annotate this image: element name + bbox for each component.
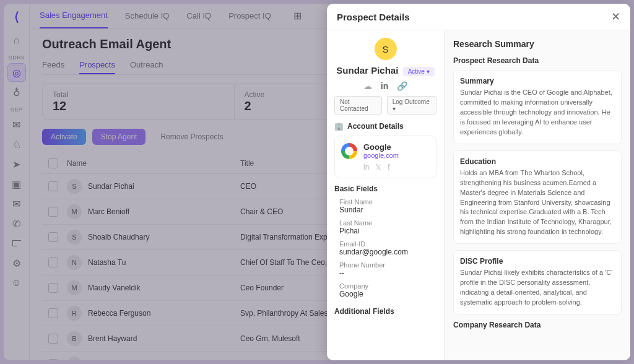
disc-card: DISC Profile Sundar Pichai likely exhibi… bbox=[453, 250, 622, 314]
email-label: Email-ID bbox=[339, 240, 436, 248]
company-value: Google bbox=[339, 290, 436, 298]
research-summary-title: Research Summary bbox=[453, 39, 622, 49]
email-value: sundar@google.com bbox=[339, 248, 436, 256]
account-details-header: 🏢Account Details bbox=[334, 122, 436, 131]
log-outcome-dropdown[interactable]: Log Outcome ▾ bbox=[387, 96, 436, 115]
twitter-icon[interactable]: 𝕏 bbox=[375, 163, 381, 171]
building-icon: 🏢 bbox=[334, 122, 344, 131]
status-pill[interactable]: Active ▾ bbox=[403, 67, 435, 76]
education-text: Holds an MBA from The Wharton School, st… bbox=[460, 168, 615, 238]
summary-text: Sundar Pichai is the CEO of Google and A… bbox=[460, 88, 615, 137]
disc-text: Sundar Pichai likely exhibits characteri… bbox=[460, 268, 615, 308]
last-name-value: Pichai bbox=[339, 227, 436, 235]
company-label: Company bbox=[339, 282, 436, 290]
phone-label: Phone Number bbox=[339, 261, 436, 269]
education-card: Education Holds an MBA from The Wharton … bbox=[453, 150, 622, 245]
linkedin-icon[interactable]: in bbox=[363, 163, 369, 171]
linkedin-icon[interactable]: in bbox=[381, 81, 388, 91]
prospect-research-data-header: Prospect Research Data bbox=[453, 56, 622, 65]
first-name-label: First Name bbox=[339, 198, 436, 206]
cloud-icon[interactable]: ☁ bbox=[363, 81, 372, 91]
drawer-title: Prospect Details bbox=[337, 12, 410, 22]
prospect-avatar: S bbox=[375, 38, 397, 60]
basic-fields-header: Basic Fields bbox=[334, 184, 436, 193]
account-domain[interactable]: google.com bbox=[363, 152, 399, 159]
link-icon[interactable]: 🔗 bbox=[397, 81, 407, 91]
summary-card: Summary Sundar Pichai is the CEO of Goog… bbox=[453, 70, 622, 144]
account-card[interactable]: Google google.com in 𝕏 f bbox=[334, 136, 436, 178]
education-heading: Education bbox=[460, 157, 615, 166]
prospect-details-drawer: Prospect Details ✕ S Sundar Pichai Activ… bbox=[327, 4, 630, 360]
disc-heading: DISC Profile bbox=[460, 257, 615, 266]
facebook-icon[interactable]: f bbox=[388, 163, 389, 171]
phone-value: -- bbox=[339, 269, 436, 277]
account-name: Google bbox=[363, 142, 399, 152]
close-icon[interactable]: ✕ bbox=[611, 10, 620, 24]
summary-heading: Summary bbox=[460, 77, 615, 85]
company-research-data-header: Company Research Data bbox=[453, 321, 622, 329]
first-name-value: Sundar bbox=[339, 206, 436, 214]
last-name-label: Last Name bbox=[339, 219, 436, 227]
additional-fields-header: Additional Fields bbox=[334, 307, 436, 316]
contact-status-chip: Not Contacted bbox=[334, 96, 382, 115]
google-logo-icon bbox=[341, 143, 357, 159]
prospect-name: Sundar Pichai bbox=[336, 65, 398, 76]
